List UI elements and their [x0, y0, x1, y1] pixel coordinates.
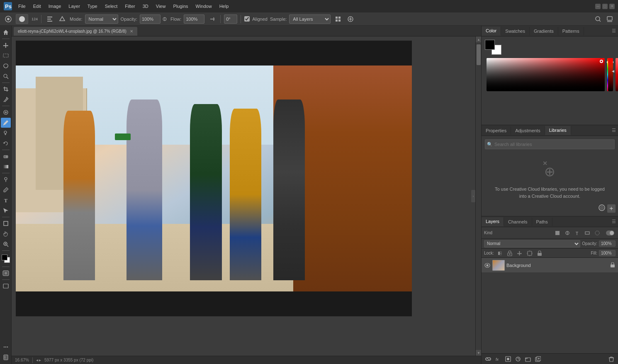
- foreground-swatch[interactable]: [485, 40, 495, 50]
- pen-tool[interactable]: [1, 185, 11, 195]
- libraries-search-input[interactable]: [485, 139, 615, 149]
- home-tool[interactable]: [1, 27, 11, 37]
- document-tab[interactable]: eliott-reyna-jCEpN62oWL4-unsplash.jpg @ …: [13, 27, 138, 36]
- brush-mode-button[interactable]: [57, 14, 67, 24]
- workspace-button[interactable]: [605, 14, 615, 24]
- pressure-button[interactable]: [345, 14, 355, 24]
- vertical-scrollbar[interactable]: ▲ ▼: [475, 36, 481, 356]
- lock-artboard-button[interactable]: [526, 250, 534, 257]
- fill-input[interactable]: 100%: [599, 250, 616, 256]
- layers-list[interactable]: Background: [482, 258, 618, 353]
- search-button[interactable]: [593, 14, 603, 24]
- tab-color[interactable]: Color: [482, 27, 501, 36]
- layer-adjustment-button[interactable]: [514, 355, 522, 363]
- opacity-toggle[interactable]: [161, 14, 168, 24]
- sample-select[interactable]: All Layers: [289, 15, 331, 24]
- new-layer-button[interactable]: [534, 355, 542, 363]
- gradient-tool[interactable]: [1, 162, 11, 172]
- minimize-button[interactable]: ─: [595, 4, 601, 9]
- lasso-tool[interactable]: [1, 61, 11, 71]
- foreground-color-swatch[interactable]: [2, 255, 7, 260]
- menu-edit[interactable]: Edit: [30, 2, 44, 10]
- brush-preset-picker[interactable]: [16, 14, 28, 24]
- layers-panel-menu[interactable]: ☰: [610, 216, 618, 227]
- filter-type-button[interactable]: T: [573, 229, 582, 237]
- type-tool[interactable]: T: [1, 195, 11, 205]
- menu-view[interactable]: View: [153, 2, 169, 10]
- layer-item-background[interactable]: Background: [482, 258, 618, 273]
- tab-swatches[interactable]: Swatches: [501, 27, 530, 35]
- filter-active-toggle[interactable]: [605, 229, 616, 237]
- fg-bg-swatches[interactable]: [485, 40, 501, 55]
- brush-tool[interactable]: [1, 118, 11, 128]
- close-button[interactable]: ✕: [609, 4, 615, 9]
- lock-position-button[interactable]: [516, 250, 524, 257]
- status-next-button[interactable]: ▸: [39, 358, 41, 362]
- tab-layers[interactable]: Layers: [482, 217, 504, 226]
- layer-fx-button[interactable]: fx: [494, 355, 502, 363]
- clone-stamp-tool[interactable]: [1, 128, 11, 138]
- tab-close-button[interactable]: ✕: [130, 29, 133, 34]
- tool-preset-picker[interactable]: [3, 14, 13, 24]
- menu-help[interactable]: Help: [216, 2, 232, 10]
- color-gradient-container[interactable]: [487, 58, 613, 91]
- quick-mask-tool[interactable]: [1, 268, 11, 278]
- status-prev-button[interactable]: ◂: [36, 358, 38, 362]
- sample-all-layers-btn[interactable]: [333, 14, 343, 24]
- tab-libraries[interactable]: Libraries: [545, 126, 571, 135]
- menu-plugins[interactable]: Plugins: [170, 2, 191, 10]
- extras-button[interactable]: [1, 342, 11, 352]
- eraser-tool[interactable]: [1, 151, 11, 161]
- panel-menu-button[interactable]: ☰: [610, 26, 618, 36]
- layer-group-button[interactable]: [524, 355, 532, 363]
- menu-image[interactable]: Image: [45, 2, 65, 10]
- layer-mask-button[interactable]: [504, 355, 512, 363]
- color-alpha-bar[interactable]: [616, 58, 618, 91]
- filter-smart-button[interactable]: [593, 229, 601, 237]
- layer-visibility-toggle[interactable]: [484, 262, 491, 269]
- lock-all-button[interactable]: [535, 250, 544, 257]
- opacity-input[interactable]: [140, 15, 161, 24]
- color-gradient[interactable]: [487, 58, 605, 91]
- path-selection-tool[interactable]: [1, 206, 11, 216]
- blend-mode-select[interactable]: Normal: [484, 240, 580, 248]
- panel-collapse-handle[interactable]: ›: [471, 190, 475, 202]
- mode-select[interactable]: Normal: [85, 15, 118, 24]
- delete-layer-button[interactable]: [607, 355, 616, 363]
- menu-window[interactable]: Window: [192, 2, 215, 10]
- lock-transparent-button[interactable]: [496, 250, 504, 257]
- menu-filter[interactable]: Filter: [122, 2, 138, 10]
- shape-tool[interactable]: [1, 218, 11, 228]
- tab-paths[interactable]: Paths: [532, 218, 552, 226]
- zoom-tool[interactable]: [1, 239, 11, 249]
- scroll-down-button[interactable]: ▼: [476, 350, 481, 356]
- menu-3d[interactable]: 3D: [139, 2, 152, 10]
- hue-spectrum[interactable]: [608, 58, 613, 91]
- tab-properties[interactable]: Properties: [482, 126, 511, 135]
- layer-link-button[interactable]: [484, 355, 492, 363]
- marquee-tool[interactable]: [1, 51, 11, 61]
- filter-adjust-button[interactable]: [563, 229, 572, 237]
- properties-panel-menu[interactable]: ☰: [610, 125, 618, 136]
- add-library-button[interactable]: +: [607, 204, 616, 213]
- tab-adjustments[interactable]: Adjustments: [511, 126, 545, 135]
- maximize-button[interactable]: □: [602, 4, 608, 9]
- aligned-checkbox[interactable]: [244, 16, 250, 22]
- screen-mode-button[interactable]: [1, 281, 11, 291]
- airbrush-toggle[interactable]: [207, 14, 217, 24]
- tab-channels[interactable]: Channels: [504, 218, 532, 226]
- scroll-up-button[interactable]: ▲: [476, 36, 481, 42]
- history-brush-tool[interactable]: [1, 138, 11, 148]
- spot-healing-tool[interactable]: [1, 107, 11, 117]
- brush-settings-toggle[interactable]: [45, 14, 55, 24]
- flow-input[interactable]: [184, 15, 204, 24]
- panel-collapse-button[interactable]: [1, 352, 11, 362]
- tab-patterns[interactable]: Patterns: [558, 27, 584, 35]
- menu-file[interactable]: File: [15, 2, 29, 10]
- opacity-input[interactable]: 100%: [599, 240, 616, 247]
- angle-input[interactable]: [224, 15, 237, 24]
- menu-type[interactable]: Type: [84, 2, 101, 10]
- eyedropper-tool[interactable]: [1, 95, 11, 104]
- filter-pixel-button[interactable]: [553, 229, 562, 237]
- canvas-container[interactable]: ▲ ▼ ›: [12, 36, 481, 356]
